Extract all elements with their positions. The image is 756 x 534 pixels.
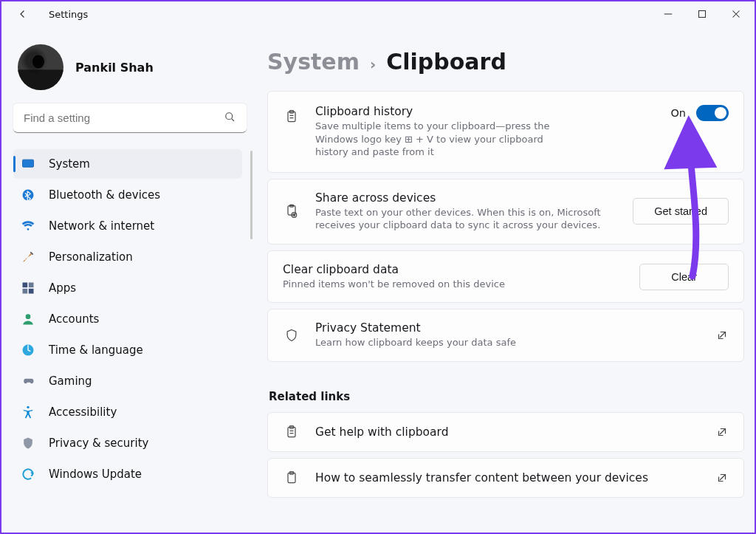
wifi-icon xyxy=(21,219,35,233)
sidebar-item-label: Personalization xyxy=(49,250,133,264)
clock-globe-icon xyxy=(21,343,35,357)
sidebar-item-label: Privacy & security xyxy=(49,437,148,450)
clipboard-icon xyxy=(283,425,300,439)
svg-rect-0 xyxy=(699,11,706,18)
sidebar-item-label: Network & internet xyxy=(49,219,154,233)
chevron-right-icon: › xyxy=(370,55,376,73)
clipboard-outline-icon xyxy=(283,470,300,485)
related-links-heading: Related links xyxy=(269,390,744,403)
breadcrumb-current: Clipboard xyxy=(386,49,506,75)
profile-name: Pankil Shah xyxy=(75,61,154,75)
svg-point-11 xyxy=(27,406,29,408)
svg-point-4 xyxy=(23,190,34,201)
related-link-transfer[interactable]: How to seamlessly transfer content betwe… xyxy=(267,458,744,498)
card-subtitle: Paste text on your other devices. When t… xyxy=(315,206,618,232)
sidebar-item-accounts[interactable]: Accounts xyxy=(13,304,242,334)
svg-rect-2 xyxy=(23,160,34,167)
card-clipboard-history: Clipboard history Save multiple items to… xyxy=(267,91,744,173)
open-link-icon xyxy=(715,425,729,439)
card-subtitle: Save multiple items to your clipboard—pr… xyxy=(315,120,559,159)
shield-icon xyxy=(21,436,35,451)
settings-window: { "app": { "title": "Settings" }, "profi… xyxy=(0,0,756,534)
close-button[interactable] xyxy=(719,2,753,26)
svg-rect-5 xyxy=(23,283,28,288)
sidebar: Pankil Shah System Bluetooth & devices xyxy=(1,27,252,533)
card-subtitle: Learn how clipboard keeps your data safe xyxy=(315,336,701,349)
update-icon xyxy=(21,467,35,482)
shield-outline-icon xyxy=(283,328,300,343)
title-bar: Settings xyxy=(1,1,755,27)
clear-button[interactable]: Clear xyxy=(639,264,729,290)
sidebar-item-label: Windows Update xyxy=(49,468,142,481)
window-controls xyxy=(651,2,753,26)
app-title: Settings xyxy=(49,9,88,20)
maximize-button[interactable] xyxy=(685,2,719,26)
avatar xyxy=(18,44,63,90)
clipboard-icon xyxy=(283,109,300,124)
search-input[interactable] xyxy=(13,103,247,133)
card-title: Clear clipboard data xyxy=(283,263,625,276)
scrollbar-thumb[interactable] xyxy=(250,151,252,239)
svg-point-1 xyxy=(226,113,233,120)
card-share-devices: Share across devices Paste text on your … xyxy=(267,179,744,244)
display-icon xyxy=(21,157,35,171)
sidebar-item-update[interactable]: Windows Update xyxy=(13,459,242,489)
clipboard-history-toggle[interactable] xyxy=(696,105,729,121)
sidebar-nav: System Bluetooth & devices Network & int… xyxy=(13,148,252,490)
paintbrush-icon xyxy=(21,250,35,264)
card-subtitle: Pinned items won't be removed on this de… xyxy=(283,278,625,291)
sidebar-item-label: System xyxy=(49,157,90,171)
card-title: Clipboard history xyxy=(315,105,656,118)
clipboard-sync-icon xyxy=(283,204,300,219)
sidebar-item-personalization[interactable]: Personalization xyxy=(13,242,242,272)
sidebar-item-apps[interactable]: Apps xyxy=(13,273,242,303)
svg-point-9 xyxy=(26,314,31,319)
svg-rect-8 xyxy=(29,289,34,294)
svg-rect-6 xyxy=(29,283,34,288)
sidebar-item-bluetooth[interactable]: Bluetooth & devices xyxy=(13,180,242,210)
bluetooth-icon xyxy=(21,188,35,202)
breadcrumb: System › Clipboard xyxy=(267,49,744,75)
gamepad-icon xyxy=(21,374,35,388)
search-box xyxy=(13,103,247,133)
sidebar-item-accessibility[interactable]: Accessibility xyxy=(13,397,242,427)
sidebar-item-label: Bluetooth & devices xyxy=(49,188,160,202)
related-link-help[interactable]: Get help with clipboard xyxy=(267,412,744,452)
open-link-icon xyxy=(715,329,729,342)
breadcrumb-parent[interactable]: System xyxy=(267,49,360,75)
sidebar-item-label: Accounts xyxy=(49,312,99,326)
search-icon xyxy=(223,110,236,126)
card-title: Share across devices xyxy=(315,191,618,205)
open-link-icon xyxy=(715,471,729,485)
toggle-state-label: On xyxy=(670,107,686,119)
sidebar-item-label: Accessibility xyxy=(49,405,117,419)
sidebar-item-system[interactable]: System xyxy=(13,149,242,179)
accessibility-icon xyxy=(21,405,35,420)
get-started-button[interactable]: Get started xyxy=(633,198,729,225)
sidebar-item-network[interactable]: Network & internet xyxy=(13,211,242,241)
sidebar-item-label: Apps xyxy=(49,281,76,295)
svg-rect-7 xyxy=(23,289,28,294)
sidebar-item-label: Gaming xyxy=(49,374,92,388)
sidebar-item-time[interactable]: Time & language xyxy=(13,335,242,365)
apps-icon xyxy=(21,281,35,295)
minimize-button[interactable] xyxy=(651,2,685,26)
user-icon xyxy=(21,312,35,326)
profile[interactable]: Pankil Shah xyxy=(13,40,252,103)
card-privacy-statement[interactable]: Privacy Statement Learn how clipboard ke… xyxy=(267,309,744,362)
sidebar-item-label: Time & language xyxy=(49,343,143,357)
related-link-label: Get help with clipboard xyxy=(315,425,701,439)
card-clear-clipboard: Clear clipboard data Pinned items won't … xyxy=(267,250,744,304)
sidebar-item-gaming[interactable]: Gaming xyxy=(13,366,242,396)
card-title: Privacy Statement xyxy=(315,321,701,335)
back-button[interactable] xyxy=(15,6,31,22)
sidebar-item-privacy[interactable]: Privacy & security xyxy=(13,428,242,458)
related-link-label: How to seamlessly transfer content betwe… xyxy=(315,471,701,485)
content-area: System › Clipboard Clipboard history Sav… xyxy=(252,27,755,533)
